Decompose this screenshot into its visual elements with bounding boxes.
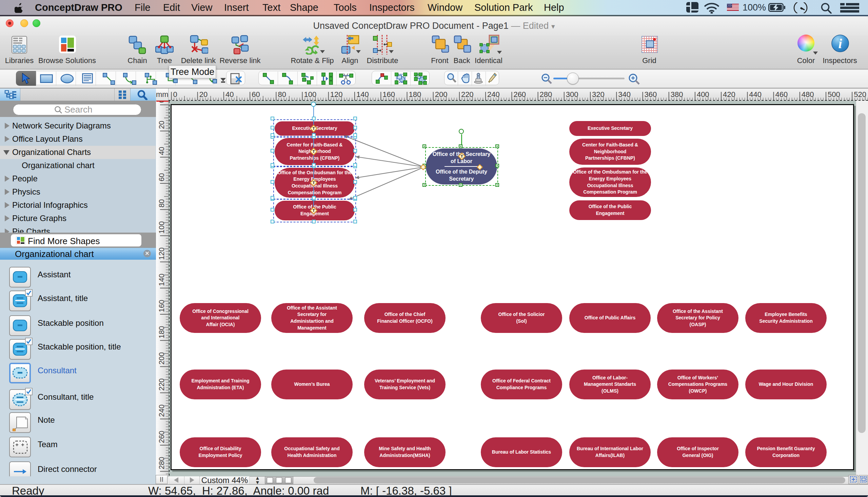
svg-text:0: 0 [173, 90, 177, 99]
svg-text:360: 360 [644, 90, 657, 99]
svg-text:200: 200 [435, 90, 447, 99]
svg-text:T: T [313, 181, 315, 185]
svg-text:460: 460 [775, 90, 788, 99]
svg-text:100: 100 [157, 222, 166, 234]
svg-text:T: T [313, 209, 315, 213]
svg-text:40: 40 [226, 90, 233, 99]
svg-text:120: 120 [330, 90, 343, 99]
svg-text:260: 260 [157, 430, 166, 443]
svg-text:80: 80 [157, 199, 166, 208]
svg-text:100: 100 [304, 90, 317, 99]
svg-text:80: 80 [278, 90, 286, 99]
svg-text:140: 140 [356, 90, 369, 99]
svg-text:380: 380 [671, 90, 683, 99]
svg-text:60: 60 [252, 90, 260, 99]
svg-text:220: 220 [461, 90, 474, 99]
svg-text:60: 60 [157, 173, 166, 181]
svg-text:480: 480 [801, 90, 814, 99]
svg-text:T: T [461, 154, 463, 158]
svg-text:520: 520 [854, 90, 866, 99]
svg-text:280: 280 [157, 457, 166, 470]
svg-text:180: 180 [157, 326, 166, 338]
svg-text:240: 240 [487, 90, 500, 99]
svg-text:240: 240 [157, 404, 166, 417]
svg-text:160: 160 [157, 300, 166, 312]
svg-text:300: 300 [566, 90, 579, 99]
svg-text:20: 20 [199, 90, 208, 99]
svg-text:440: 440 [749, 90, 762, 99]
svg-text:140: 140 [157, 273, 166, 286]
svg-text:40: 40 [157, 147, 166, 155]
svg-text:340: 340 [618, 90, 631, 99]
svg-text:180: 180 [409, 90, 422, 99]
svg-text:200: 200 [157, 352, 166, 365]
svg-text:400: 400 [697, 90, 709, 99]
svg-text:20: 20 [157, 121, 166, 129]
svg-text:220: 220 [157, 378, 166, 391]
svg-text:260: 260 [513, 90, 526, 99]
svg-text:120: 120 [157, 247, 166, 260]
svg-text:420: 420 [723, 90, 736, 99]
svg-text:T: T [313, 126, 315, 130]
svg-text:320: 320 [592, 90, 604, 99]
svg-text:280: 280 [540, 90, 552, 99]
svg-text:T: T [313, 150, 315, 154]
svg-text:i: i [838, 36, 842, 51]
svg-text:500: 500 [828, 90, 840, 99]
svg-text:160: 160 [383, 90, 395, 99]
